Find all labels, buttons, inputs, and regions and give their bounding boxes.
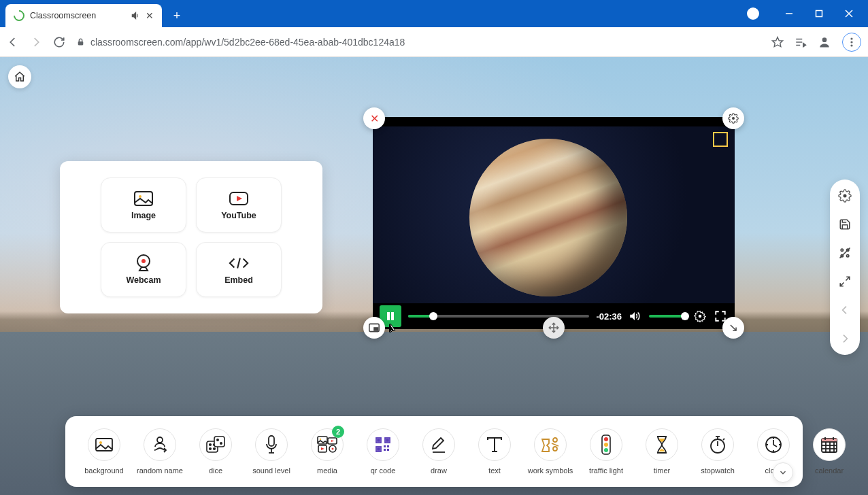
hide-widgets-button[interactable]	[835, 243, 854, 262]
svg-marker-24	[630, 312, 635, 320]
media-option-label: Image	[131, 211, 156, 220]
svg-line-21	[237, 258, 240, 268]
settings-button[interactable]	[835, 186, 854, 205]
svg-point-44	[210, 448, 212, 450]
video-progress-bar[interactable]	[408, 315, 589, 318]
window-close-button[interactable]	[834, 3, 864, 24]
profile-indicator-icon	[747, 7, 759, 20]
widget-resize-handle[interactable]	[722, 317, 744, 339]
reload-button[interactable]	[53, 36, 67, 48]
video-time-remaining: -02:36	[596, 311, 622, 322]
tool-stopwatch[interactable]: stopwatch	[691, 428, 744, 475]
svg-rect-1	[816, 11, 822, 17]
tool-dice[interactable]: dice	[189, 428, 242, 475]
svg-rect-15	[135, 192, 152, 205]
save-button[interactable]	[835, 215, 854, 234]
account-icon[interactable]	[818, 35, 831, 49]
home-button[interactable]	[8, 65, 31, 88]
svg-line-29	[731, 325, 736, 330]
svg-rect-49	[269, 436, 274, 446]
media-control-icon[interactable]	[795, 36, 807, 48]
back-button[interactable]	[7, 36, 20, 48]
svg-point-16	[139, 195, 141, 198]
browser-tab[interactable]: Classroomscreen ✕	[5, 4, 162, 27]
address-bar[interactable]: classroomscreen.com/app/wv1/5d2bc2ee-68e…	[76, 37, 762, 48]
media-option-webcam[interactable]: Webcam	[101, 242, 186, 297]
pencil-icon	[431, 436, 446, 454]
tool-media[interactable]: 2 media	[301, 428, 354, 475]
svg-rect-67	[387, 445, 389, 447]
tab-title: Classroomscreen	[30, 11, 125, 20]
qr-icon	[375, 437, 391, 453]
widget-pip-button[interactable]	[363, 317, 385, 339]
prev-screen-button[interactable]	[835, 301, 854, 320]
tool-random-name[interactable]: random name	[133, 428, 186, 475]
media-badge: 2	[332, 426, 344, 438]
favicon-icon	[12, 8, 27, 24]
tab-close-button[interactable]: ✕	[146, 10, 154, 21]
media-icon	[317, 436, 337, 454]
dock-collapse-button[interactable]	[773, 462, 793, 483]
video-settings-icon[interactable]	[694, 310, 707, 322]
window-minimize-button[interactable]	[774, 3, 804, 24]
right-toolbar	[830, 180, 860, 355]
text-icon	[486, 437, 503, 453]
audio-playing-icon[interactable]	[131, 11, 140, 20]
tool-calendar[interactable]: calendar	[803, 428, 856, 475]
svg-marker-55	[331, 440, 334, 442]
browser-tabstrip: Classroomscreen ✕ +	[0, 0, 732, 27]
widget-close-button[interactable]: ✕	[363, 107, 385, 129]
shuffle-person-icon	[152, 436, 167, 454]
next-screen-button[interactable]	[835, 329, 854, 348]
media-option-image[interactable]: Image	[101, 177, 186, 233]
tool-traffic-light[interactable]: traffic light	[580, 428, 633, 475]
svg-rect-28	[374, 328, 378, 330]
app-canvas: Image YouTube Webcam Embed	[0, 57, 868, 495]
chrome-menu-button[interactable]	[842, 33, 861, 52]
new-tab-button[interactable]: +	[167, 6, 186, 25]
widget-move-handle[interactable]	[543, 317, 565, 339]
svg-point-48	[220, 443, 222, 444]
svg-point-47	[217, 439, 218, 441]
widget-dock: background random name dice sound level …	[65, 416, 803, 487]
image-icon	[133, 190, 154, 207]
svg-rect-46	[214, 437, 224, 447]
progress-handle[interactable]	[429, 312, 437, 320]
svg-rect-68	[384, 449, 386, 451]
webcam-icon	[133, 255, 154, 271]
tool-timer[interactable]: timer	[635, 428, 688, 475]
svg-rect-66	[384, 445, 386, 447]
window-maximize-button[interactable]	[804, 3, 834, 24]
clock-icon	[765, 436, 782, 454]
svg-point-25	[699, 315, 702, 318]
svg-point-13	[850, 41, 852, 43]
tool-work-symbols[interactable]: work symbols	[524, 428, 577, 475]
volume-slider[interactable]	[649, 315, 687, 318]
svg-marker-6	[773, 37, 783, 46]
dice-icon	[206, 436, 225, 454]
tool-text[interactable]: text	[468, 428, 521, 475]
media-option-youtube[interactable]: YouTube	[196, 177, 282, 233]
widget-settings-button[interactable]	[722, 107, 744, 129]
svg-rect-38	[96, 439, 112, 451]
media-option-embed[interactable]: Embed	[196, 242, 282, 297]
expand-button[interactable]	[835, 272, 854, 291]
svg-point-42	[210, 444, 212, 446]
traffic-light-icon	[601, 434, 611, 455]
volume-icon[interactable]	[629, 310, 642, 322]
svg-point-11	[822, 37, 827, 42]
tool-sound-level[interactable]: sound level	[245, 428, 298, 475]
tool-draw[interactable]: draw	[412, 428, 465, 475]
tool-qr-code[interactable]: qr code	[356, 428, 410, 475]
media-picker-panel: Image YouTube Webcam Embed	[60, 161, 322, 313]
tool-background[interactable]: background	[78, 428, 131, 475]
volume-handle[interactable]	[681, 312, 689, 320]
svg-point-59	[332, 448, 334, 450]
microphone-icon	[265, 435, 278, 454]
hourglass-icon	[655, 435, 669, 454]
video-frame[interactable]	[373, 126, 735, 303]
bookmark-star-icon[interactable]	[771, 36, 784, 48]
svg-point-39	[99, 441, 102, 444]
svg-point-74	[553, 447, 557, 451]
svg-rect-5	[78, 41, 84, 45]
